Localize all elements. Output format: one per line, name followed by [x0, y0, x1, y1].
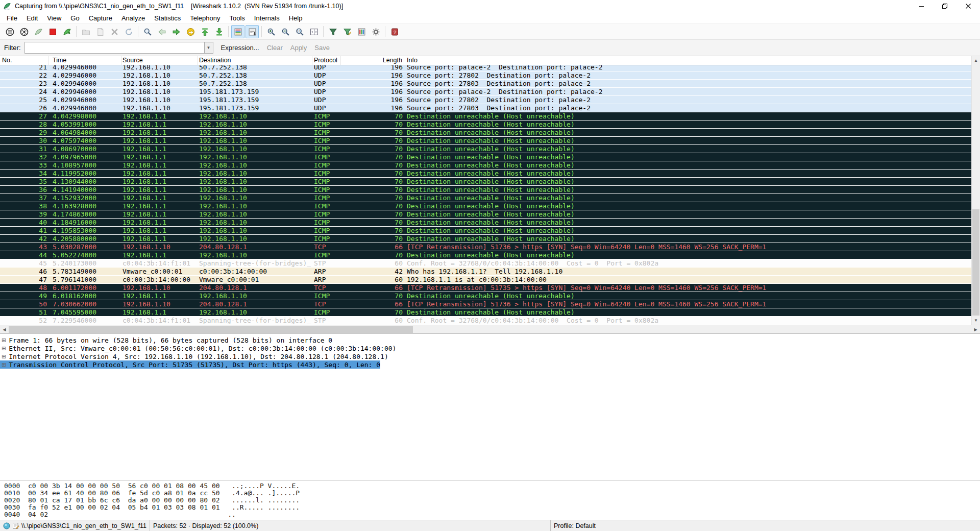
packet-row-37[interactable]: 374.152932000192.168.1.1192.168.1.10ICMP…	[0, 194, 980, 202]
packet-row-38[interactable]: 384.163928000192.168.1.1192.168.1.10ICMP…	[0, 202, 980, 210]
scroll-down-arrow-icon[interactable]: ▼	[972, 316, 980, 325]
zoom-100-icon[interactable]: 1:1	[293, 25, 306, 38]
packet-detail-row[interactable]: ⊞Frame 1: 66 bytes on wire (528 bits), 6…	[0, 336, 332, 344]
packet-row-35[interactable]: 354.130944000192.168.1.1192.168.1.10ICMP…	[0, 178, 980, 186]
packet-row-42[interactable]: 424.205880000192.168.1.1192.168.1.10ICMP…	[0, 235, 980, 243]
column-header-no[interactable]: No.	[0, 56, 48, 65]
hex-row[interactable]: 0030 fa f0 52 e1 00 00 02 04 05 b4 01 03…	[4, 504, 980, 511]
packet-list-vertical-scrollbar[interactable]: ▲ ▼	[971, 56, 980, 325]
packet-detail-row[interactable]: ⊞Internet Protocol Version 4, Src: 192.1…	[0, 352, 388, 360]
packet-row-26[interactable]: 264.029946000192.168.1.10195.181.173.159…	[0, 104, 980, 112]
packet-row-23[interactable]: 234.029946000192.168.1.1050.7.252.138UDP…	[0, 80, 980, 88]
hex-row[interactable]: 0000 c0 00 3b 14 00 00 00 50 56 c0 00 01…	[4, 482, 980, 490]
start-capture-icon[interactable]	[32, 25, 45, 38]
expert-info-icon[interactable]	[3, 522, 10, 529]
packet-row-47[interactable]: 475.796141000c0:00:3b:14:00:00Vmware_c0:…	[0, 276, 980, 284]
close-file-icon[interactable]	[108, 25, 121, 38]
packet-bytes-pane[interactable]: 0000 c0 00 3b 14 00 00 00 50 56 c0 00 01…	[0, 480, 980, 520]
packet-list-body[interactable]: 214.029946000192.168.1.1050.7.252.138UDP…	[0, 65, 980, 325]
scroll-right-arrow-icon[interactable]: ▶	[971, 325, 980, 333]
column-header-time[interactable]: Time	[48, 56, 121, 65]
auto-scroll-toggle-icon[interactable]	[246, 25, 259, 38]
menu-item-go[interactable]: Go	[66, 13, 84, 23]
expander-plus-icon[interactable]: ⊞	[2, 337, 6, 344]
save-file-icon[interactable]	[93, 25, 107, 38]
packet-row-33[interactable]: 334.108957000192.168.1.1192.168.1.10ICMP…	[0, 161, 980, 170]
save-button[interactable]: Save	[314, 44, 330, 52]
packet-row-49[interactable]: 496.018162000192.168.1.1192.168.1.10ICMP…	[0, 292, 980, 300]
apply-button[interactable]: Apply	[290, 44, 307, 52]
hex-row[interactable]: 0040 04 02 ..	[4, 511, 980, 518]
column-header-protocol[interactable]: Protocol	[312, 56, 341, 65]
packet-row-32[interactable]: 324.097965000192.168.1.1192.168.1.10ICMP…	[0, 153, 980, 161]
packet-row-45[interactable]: 455.240173000c0:04:3b:14:f1:01Spanning-t…	[0, 259, 980, 268]
menu-item-file[interactable]: File	[2, 13, 22, 23]
column-header-source[interactable]: Source	[121, 56, 198, 65]
go-to-packet-icon[interactable]	[184, 25, 197, 38]
menu-item-analyze[interactable]: Analyze	[117, 13, 150, 23]
zoom-out-icon[interactable]	[279, 25, 292, 38]
packet-row-51[interactable]: 517.045595000192.168.1.1192.168.1.10ICMP…	[0, 308, 980, 317]
find-packet-icon[interactable]	[141, 25, 154, 38]
menu-item-tools[interactable]: Tools	[225, 13, 249, 23]
stop-capture-icon[interactable]	[46, 25, 59, 38]
packet-row-50[interactable]: 507.030662000192.168.1.10204.80.128.1TCP…	[0, 300, 980, 308]
reload-icon[interactable]	[122, 25, 135, 38]
packet-row-36[interactable]: 364.141940000192.168.1.1192.168.1.10ICMP…	[0, 186, 980, 194]
coloring-rules-icon[interactable]	[355, 25, 368, 38]
packet-list-horizontal-scrollbar[interactable]: ◀ ▶	[0, 325, 980, 333]
packet-detail-row[interactable]: ⊞Transmission Control Protocol, Src Port…	[0, 360, 380, 369]
clear-button[interactable]: Clear	[267, 44, 283, 52]
packet-row-24[interactable]: 244.029946000192.168.1.10195.181.173.159…	[0, 88, 980, 96]
preferences-icon[interactable]	[369, 25, 382, 38]
close-button[interactable]	[957, 0, 980, 12]
scroll-left-arrow-icon[interactable]: ◀	[0, 325, 9, 333]
menu-item-telephony[interactable]: Telephony	[185, 13, 225, 23]
packet-row-46[interactable]: 465.783149000Vmware_c0:00:01c0:00:3b:14:…	[0, 268, 980, 276]
packet-detail-row[interactable]: ⊞Ethernet II, Src: Vmware_c0:00:01 (00:5…	[0, 344, 396, 352]
packet-row-44[interactable]: 445.052274000192.168.1.1192.168.1.10ICMP…	[0, 251, 980, 259]
packet-row-39[interactable]: 394.174863000192.168.1.1192.168.1.10ICMP…	[0, 210, 980, 219]
packet-row-40[interactable]: 404.184916000192.168.1.1192.168.1.10ICMP…	[0, 219, 980, 227]
help-icon[interactable]: ?	[388, 25, 401, 38]
packet-row-43[interactable]: 435.030287000192.168.1.10204.80.128.1TCP…	[0, 243, 980, 251]
capture-filters-icon[interactable]	[326, 25, 339, 38]
filter-input[interactable]	[24, 42, 204, 54]
column-header-destination[interactable]: Destination	[198, 56, 312, 65]
column-header-length[interactable]: Length	[341, 56, 404, 65]
menu-item-help[interactable]: Help	[284, 13, 307, 23]
menu-item-capture[interactable]: Capture	[84, 13, 117, 23]
packet-details-pane[interactable]: ⊞Frame 1: 66 bytes on wire (528 bits), 6…	[0, 333, 980, 480]
go-to-bottom-icon[interactable]	[212, 25, 226, 38]
packet-row-21[interactable]: 214.029946000192.168.1.1050.7.252.138UDP…	[0, 65, 980, 71]
scroll-up-arrow-icon[interactable]: ▲	[972, 56, 980, 65]
expander-plus-icon[interactable]: ⊞	[2, 353, 6, 360]
packet-row-22[interactable]: 224.029946000192.168.1.1050.7.252.138UDP…	[0, 71, 980, 80]
packet-row-27[interactable]: 274.042998000192.168.1.1192.168.1.10ICMP…	[0, 112, 980, 120]
packet-row-52[interactable]: 527.229546000c0:04:3b:14:f1:01Spanning-t…	[0, 317, 980, 325]
menu-item-edit[interactable]: Edit	[22, 13, 42, 23]
packet-row-31[interactable]: 314.086970000192.168.1.1192.168.1.10ICMP…	[0, 145, 980, 153]
expander-plus-icon[interactable]: ⊞	[2, 361, 6, 368]
resize-columns-icon[interactable]	[307, 25, 321, 38]
packet-row-29[interactable]: 294.064984000192.168.1.1192.168.1.10ICMP…	[0, 129, 980, 137]
colorize-toggle-icon[interactable]	[231, 25, 244, 38]
go-back-icon[interactable]	[155, 25, 168, 38]
capture-comment-icon[interactable]	[12, 522, 19, 529]
minimize-button[interactable]	[910, 0, 933, 12]
horizontal-scroll-track[interactable]	[9, 325, 971, 333]
go-to-top-icon[interactable]	[198, 25, 211, 38]
menu-item-view[interactable]: View	[42, 13, 66, 23]
display-filters-icon[interactable]	[340, 25, 354, 38]
expander-plus-icon[interactable]: ⊞	[2, 345, 6, 352]
go-forward-icon[interactable]	[169, 25, 183, 38]
hex-row[interactable]: 0010 00 34 ee 61 40 00 80 06 fe 5d c0 a8…	[4, 490, 980, 497]
packet-row-28[interactable]: 284.053991000192.168.1.1192.168.1.10ICMP…	[0, 120, 980, 129]
packet-row-34[interactable]: 344.119952000192.168.1.1192.168.1.10ICMP…	[0, 170, 980, 178]
packet-row-41[interactable]: 414.195853000192.168.1.1192.168.1.10ICMP…	[0, 227, 980, 235]
restore-button[interactable]	[933, 0, 957, 12]
vertical-scroll-thumb[interactable]	[972, 209, 979, 316]
status-profile-segment[interactable]: Profile: Default	[550, 520, 980, 531]
packet-row-25[interactable]: 254.029946000192.168.1.10195.181.173.159…	[0, 96, 980, 104]
interface-list-icon[interactable]	[3, 25, 16, 38]
